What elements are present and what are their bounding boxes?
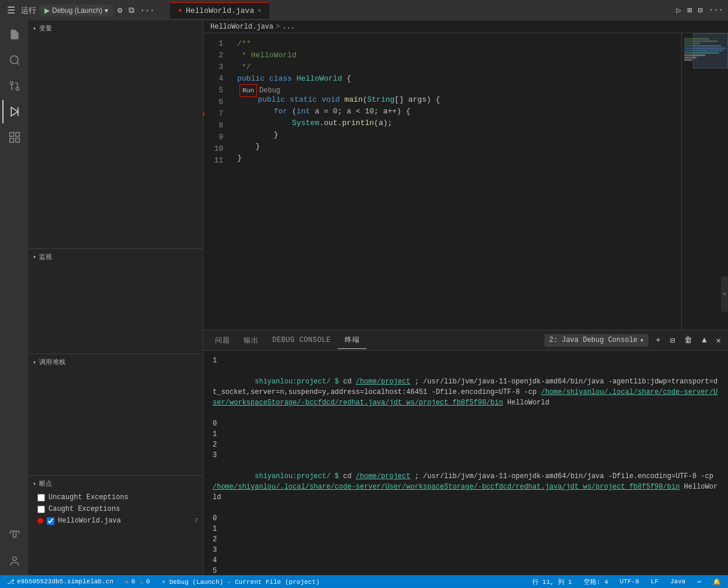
tab-problems[interactable]: 问题 <box>208 332 237 349</box>
warning-icon: ⚠ <box>140 578 144 586</box>
callstack-label: 调用堆栈 <box>39 358 66 366</box>
sidebar-item-test[interactable] <box>2 524 26 547</box>
panel-maximize-icon[interactable]: ▲ <box>699 334 709 346</box>
file-tab-helloworld[interactable]: ● HelloWorld.java ✕ <box>170 2 269 19</box>
line-ending-label: LF <box>651 578 658 585</box>
breakpoint-caught: Caught Exceptions <box>28 503 203 515</box>
sidebar-item-run[interactable] <box>2 100 26 123</box>
breadcrumb: HelloWorld.java > ... <box>203 20 728 33</box>
status-bar-left: ⎇ e9b505523db5.simplelab.cn ✕ 0 ⚠ 0 ⚡ De… <box>5 578 322 586</box>
svg-marker-5 <box>11 108 18 116</box>
breakpoints-header[interactable]: ▾ 断点 <box>28 476 203 492</box>
more-actions-icon[interactable]: ··· <box>709 5 723 15</box>
breadcrumb-more: ... <box>282 23 295 31</box>
line-num-10: 10 <box>203 143 223 155</box>
tab-terminal[interactable]: 终端 <box>338 331 366 349</box>
terminal-line-cmd2: shiyanlou:project/ $ cd /home/project ; … <box>213 461 719 513</box>
terminal-dropdown[interactable]: 2: Java Debug Console ▾ <box>545 334 649 347</box>
sidebar-item-account[interactable] <box>2 549 26 573</box>
panel-close-icon[interactable]: ✕ <box>714 334 723 347</box>
status-notifications[interactable]: 🔔 <box>710 578 723 586</box>
debug-copy-icon[interactable]: ⧉ <box>127 5 136 16</box>
open-preview-icon[interactable]: ⊞ <box>687 5 692 15</box>
tab-problems-label: 问题 <box>215 337 230 345</box>
helloworld-breakpoint-checkbox[interactable] <box>47 517 54 525</box>
split-terminal-icon[interactable]: ⊟ <box>668 334 677 347</box>
titlebar-right: ▷ ⊞ ⊟ ··· <box>676 5 723 15</box>
code-line-1: /** <box>237 38 681 50</box>
line-num-8: 8 <box>203 120 223 132</box>
variables-header[interactable]: ▾ 变量 <box>28 20 203 36</box>
helloworld-line-number: 7 <box>194 517 198 524</box>
sidebar-item-source-control[interactable] <box>2 74 26 98</box>
watch-section: ▾ 监视 <box>28 248 203 354</box>
minimap-thumbnail <box>693 33 728 68</box>
status-git-branch[interactable]: ⎇ e9b505523db5.simplelab.cn <box>5 578 116 586</box>
terminal-output-0b: 0 <box>213 513 719 524</box>
run-without-debug-icon[interactable]: ▷ <box>676 5 681 15</box>
status-position[interactable]: 行 11, 列 1 <box>530 577 574 586</box>
status-line-ending[interactable]: LF <box>649 578 661 585</box>
terminal-content[interactable]: 1 shiyanlou:project/ $ cd /home/project … <box>203 351 728 575</box>
line-num-6: 6 <box>203 96 223 108</box>
git-icon: ⎇ <box>7 578 15 586</box>
breakpoints-collapse-icon: ▾ <box>33 480 37 487</box>
terminal-output-0a: 0 <box>213 418 719 429</box>
status-encoding[interactable]: UTF-8 <box>618 578 642 585</box>
code-editor[interactable]: 1 2 3 4 5 6 7 8 9 10 11 /** <box>203 33 728 330</box>
svg-line-1 <box>17 63 19 65</box>
tab-area: ● HelloWorld.java ✕ <box>170 2 672 19</box>
code-line-2: * HelloWorld <box>237 50 681 61</box>
svg-rect-9 <box>10 139 14 143</box>
watch-collapse-icon: ▾ <box>33 254 37 261</box>
code-line-10: } <box>237 153 681 164</box>
uncaught-exceptions-label: Uncaught Exceptions <box>48 493 129 501</box>
svg-rect-7 <box>10 133 14 137</box>
status-bar: ⎇ e9b505523db5.simplelab.cn ✕ 0 ⚠ 0 ⚡ De… <box>0 575 728 588</box>
watch-label: 监视 <box>39 253 53 261</box>
debug-more-icon[interactable]: ··· <box>139 5 156 16</box>
callstack-header[interactable]: ▾ 调用堆栈 <box>28 354 203 370</box>
new-terminal-icon[interactable]: + <box>653 334 663 346</box>
status-language[interactable]: Java <box>668 578 688 585</box>
terminal-dropdown-chevron: ▾ <box>640 336 644 345</box>
watch-header[interactable]: ▾ 监视 <box>28 249 203 265</box>
split-editor-icon[interactable]: ⊟ <box>698 5 702 15</box>
debug-settings-icon[interactable]: ⚙ <box>116 4 123 16</box>
git-branch-label: e9b505523db5.simplelab.cn <box>17 578 113 585</box>
hamburger-menu-icon[interactable]: ☰ <box>5 2 18 19</box>
file-tab-label: HelloWorld.java <box>186 6 254 15</box>
status-errors[interactable]: ✕ 0 ⚠ 0 <box>123 578 152 586</box>
status-feedback[interactable]: ↩ <box>695 578 703 586</box>
language-label: Java <box>670 578 685 585</box>
svg-point-0 <box>11 56 18 64</box>
sidebar-item-search[interactable] <box>2 49 26 72</box>
line-num-2: 2 <box>203 50 223 61</box>
svg-rect-10 <box>16 139 20 143</box>
tab-terminal-label: 终端 <box>345 336 359 344</box>
breakpoints-section: ▾ 断点 Uncaught Exceptions Caught Exceptio… <box>28 475 203 575</box>
code-line-9: } <box>237 141 681 153</box>
tab-output[interactable]: 输出 <box>237 332 265 349</box>
status-debug-info[interactable]: ⚡ Debug (Launch) - Current File (project… <box>160 578 323 586</box>
debug-play-button[interactable]: ▶ Debug (Launch) ▾ <box>40 5 113 16</box>
line-num-9: 9 <box>203 132 223 143</box>
line-num-1: 1 <box>203 38 223 50</box>
panel-tab-actions: 2: Java Debug Console ▾ + ⊟ 🗑 ▲ ✕ <box>545 334 723 347</box>
code-line-8: } <box>237 129 681 141</box>
breadcrumb-file: HelloWorld.java <box>210 23 273 31</box>
svg-point-3 <box>11 82 13 85</box>
status-spaces[interactable]: 空格: 4 <box>581 577 611 586</box>
sidebar-item-extensions[interactable] <box>2 126 26 149</box>
breadcrumb-separator: > <box>276 23 280 31</box>
file-tab-close-icon[interactable]: ✕ <box>258 7 261 14</box>
sidebar-collapse-handle[interactable]: « <box>721 276 728 312</box>
uncaught-exceptions-checkbox[interactable] <box>37 494 45 501</box>
bottom-panel: 问题 输出 DEBUG CONSOLE 终端 2: Java Debug Con… <box>203 330 728 575</box>
breakpoints-label: 断点 <box>39 479 53 488</box>
kill-terminal-icon[interactable]: 🗑 <box>682 334 695 346</box>
caught-exceptions-checkbox[interactable] <box>37 506 45 513</box>
terminal-output-2a: 2 <box>213 440 719 450</box>
tab-debug-console[interactable]: DEBUG CONSOLE <box>265 333 338 348</box>
sidebar-item-explorer[interactable] <box>2 23 26 46</box>
